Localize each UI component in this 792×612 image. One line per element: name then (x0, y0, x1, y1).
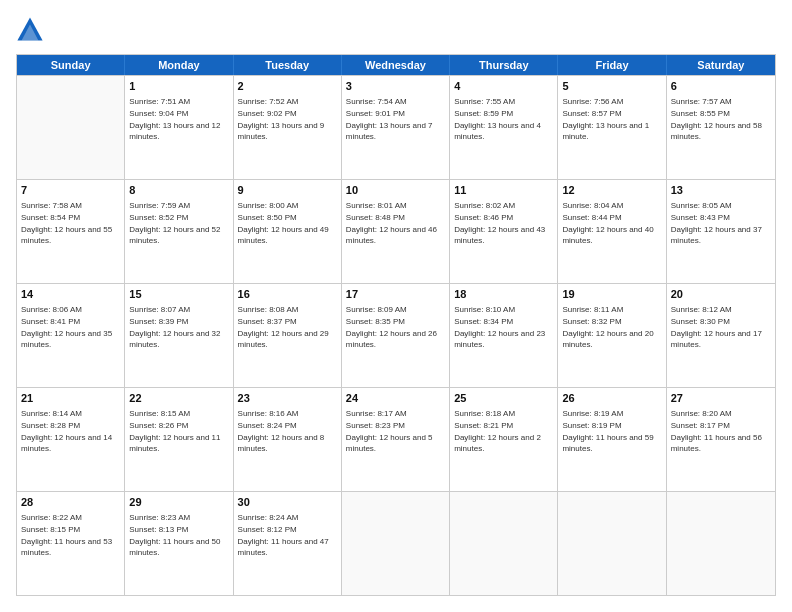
weekday-header-wednesday: Wednesday (342, 55, 450, 75)
day-info: Sunrise: 8:06 AM Sunset: 8:41 PM Dayligh… (21, 304, 120, 350)
calendar-cell-day-17: 17Sunrise: 8:09 AM Sunset: 8:35 PM Dayli… (342, 284, 450, 387)
day-number: 30 (238, 495, 337, 510)
day-info: Sunrise: 8:19 AM Sunset: 8:19 PM Dayligh… (562, 408, 661, 454)
page: SundayMondayTuesdayWednesdayThursdayFrid… (0, 0, 792, 612)
day-number: 6 (671, 79, 771, 94)
calendar-cell-day-30: 30Sunrise: 8:24 AM Sunset: 8:12 PM Dayli… (234, 492, 342, 595)
day-number: 11 (454, 183, 553, 198)
day-number: 8 (129, 183, 228, 198)
calendar: SundayMondayTuesdayWednesdayThursdayFrid… (16, 54, 776, 596)
calendar-cell-day-21: 21Sunrise: 8:14 AM Sunset: 8:28 PM Dayli… (17, 388, 125, 491)
day-info: Sunrise: 8:12 AM Sunset: 8:30 PM Dayligh… (671, 304, 771, 350)
day-number: 12 (562, 183, 661, 198)
day-info: Sunrise: 7:51 AM Sunset: 9:04 PM Dayligh… (129, 96, 228, 142)
calendar-cell-day-7: 7Sunrise: 7:58 AM Sunset: 8:54 PM Daylig… (17, 180, 125, 283)
calendar-body: 1Sunrise: 7:51 AM Sunset: 9:04 PM Daylig… (17, 75, 775, 595)
day-info: Sunrise: 8:00 AM Sunset: 8:50 PM Dayligh… (238, 200, 337, 246)
weekday-header-thursday: Thursday (450, 55, 558, 75)
day-number: 20 (671, 287, 771, 302)
day-number: 13 (671, 183, 771, 198)
calendar-cell-day-14: 14Sunrise: 8:06 AM Sunset: 8:41 PM Dayli… (17, 284, 125, 387)
logo-icon (16, 16, 44, 44)
weekday-header-tuesday: Tuesday (234, 55, 342, 75)
day-info: Sunrise: 8:08 AM Sunset: 8:37 PM Dayligh… (238, 304, 337, 350)
day-info: Sunrise: 8:02 AM Sunset: 8:46 PM Dayligh… (454, 200, 553, 246)
calendar-cell-day-9: 9Sunrise: 8:00 AM Sunset: 8:50 PM Daylig… (234, 180, 342, 283)
header (16, 16, 776, 44)
day-number: 7 (21, 183, 120, 198)
day-number: 22 (129, 391, 228, 406)
weekday-header-sunday: Sunday (17, 55, 125, 75)
weekday-header-friday: Friday (558, 55, 666, 75)
day-info: Sunrise: 8:14 AM Sunset: 8:28 PM Dayligh… (21, 408, 120, 454)
day-info: Sunrise: 8:17 AM Sunset: 8:23 PM Dayligh… (346, 408, 445, 454)
day-info: Sunrise: 8:20 AM Sunset: 8:17 PM Dayligh… (671, 408, 771, 454)
calendar-row-0: 1Sunrise: 7:51 AM Sunset: 9:04 PM Daylig… (17, 75, 775, 179)
day-number: 1 (129, 79, 228, 94)
calendar-row-1: 7Sunrise: 7:58 AM Sunset: 8:54 PM Daylig… (17, 179, 775, 283)
calendar-cell-day-13: 13Sunrise: 8:05 AM Sunset: 8:43 PM Dayli… (667, 180, 775, 283)
calendar-cell-day-2: 2Sunrise: 7:52 AM Sunset: 9:02 PM Daylig… (234, 76, 342, 179)
day-info: Sunrise: 7:59 AM Sunset: 8:52 PM Dayligh… (129, 200, 228, 246)
calendar-cell-day-25: 25Sunrise: 8:18 AM Sunset: 8:21 PM Dayli… (450, 388, 558, 491)
day-number: 5 (562, 79, 661, 94)
day-number: 4 (454, 79, 553, 94)
day-info: Sunrise: 8:23 AM Sunset: 8:13 PM Dayligh… (129, 512, 228, 558)
calendar-cell-day-1: 1Sunrise: 7:51 AM Sunset: 9:04 PM Daylig… (125, 76, 233, 179)
calendar-cell-day-3: 3Sunrise: 7:54 AM Sunset: 9:01 PM Daylig… (342, 76, 450, 179)
day-info: Sunrise: 8:09 AM Sunset: 8:35 PM Dayligh… (346, 304, 445, 350)
day-info: Sunrise: 8:10 AM Sunset: 8:34 PM Dayligh… (454, 304, 553, 350)
weekday-header-saturday: Saturday (667, 55, 775, 75)
day-info: Sunrise: 7:56 AM Sunset: 8:57 PM Dayligh… (562, 96, 661, 142)
calendar-row-2: 14Sunrise: 8:06 AM Sunset: 8:41 PM Dayli… (17, 283, 775, 387)
day-number: 14 (21, 287, 120, 302)
day-number: 21 (21, 391, 120, 406)
day-info: Sunrise: 8:04 AM Sunset: 8:44 PM Dayligh… (562, 200, 661, 246)
day-info: Sunrise: 8:24 AM Sunset: 8:12 PM Dayligh… (238, 512, 337, 558)
calendar-row-3: 21Sunrise: 8:14 AM Sunset: 8:28 PM Dayli… (17, 387, 775, 491)
day-number: 15 (129, 287, 228, 302)
day-info: Sunrise: 8:16 AM Sunset: 8:24 PM Dayligh… (238, 408, 337, 454)
day-info: Sunrise: 7:52 AM Sunset: 9:02 PM Dayligh… (238, 96, 337, 142)
logo (16, 16, 48, 44)
calendar-cell-day-15: 15Sunrise: 8:07 AM Sunset: 8:39 PM Dayli… (125, 284, 233, 387)
calendar-header: SundayMondayTuesdayWednesdayThursdayFrid… (17, 55, 775, 75)
day-info: Sunrise: 7:55 AM Sunset: 8:59 PM Dayligh… (454, 96, 553, 142)
calendar-cell-empty (17, 76, 125, 179)
calendar-cell-day-26: 26Sunrise: 8:19 AM Sunset: 8:19 PM Dayli… (558, 388, 666, 491)
calendar-cell-day-11: 11Sunrise: 8:02 AM Sunset: 8:46 PM Dayli… (450, 180, 558, 283)
calendar-cell-day-8: 8Sunrise: 7:59 AM Sunset: 8:52 PM Daylig… (125, 180, 233, 283)
calendar-cell-day-10: 10Sunrise: 8:01 AM Sunset: 8:48 PM Dayli… (342, 180, 450, 283)
day-number: 2 (238, 79, 337, 94)
day-info: Sunrise: 7:58 AM Sunset: 8:54 PM Dayligh… (21, 200, 120, 246)
day-info: Sunrise: 8:05 AM Sunset: 8:43 PM Dayligh… (671, 200, 771, 246)
calendar-cell-day-28: 28Sunrise: 8:22 AM Sunset: 8:15 PM Dayli… (17, 492, 125, 595)
day-info: Sunrise: 8:15 AM Sunset: 8:26 PM Dayligh… (129, 408, 228, 454)
day-number: 18 (454, 287, 553, 302)
calendar-cell-day-29: 29Sunrise: 8:23 AM Sunset: 8:13 PM Dayli… (125, 492, 233, 595)
day-number: 16 (238, 287, 337, 302)
calendar-cell-day-5: 5Sunrise: 7:56 AM Sunset: 8:57 PM Daylig… (558, 76, 666, 179)
day-number: 29 (129, 495, 228, 510)
calendar-cell-empty (342, 492, 450, 595)
day-number: 24 (346, 391, 445, 406)
calendar-cell-day-22: 22Sunrise: 8:15 AM Sunset: 8:26 PM Dayli… (125, 388, 233, 491)
day-number: 28 (21, 495, 120, 510)
calendar-cell-day-24: 24Sunrise: 8:17 AM Sunset: 8:23 PM Dayli… (342, 388, 450, 491)
day-number: 9 (238, 183, 337, 198)
day-info: Sunrise: 7:57 AM Sunset: 8:55 PM Dayligh… (671, 96, 771, 142)
calendar-cell-day-18: 18Sunrise: 8:10 AM Sunset: 8:34 PM Dayli… (450, 284, 558, 387)
calendar-cell-day-6: 6Sunrise: 7:57 AM Sunset: 8:55 PM Daylig… (667, 76, 775, 179)
day-info: Sunrise: 7:54 AM Sunset: 9:01 PM Dayligh… (346, 96, 445, 142)
day-number: 25 (454, 391, 553, 406)
day-number: 27 (671, 391, 771, 406)
day-info: Sunrise: 8:18 AM Sunset: 8:21 PM Dayligh… (454, 408, 553, 454)
day-info: Sunrise: 8:01 AM Sunset: 8:48 PM Dayligh… (346, 200, 445, 246)
calendar-cell-day-23: 23Sunrise: 8:16 AM Sunset: 8:24 PM Dayli… (234, 388, 342, 491)
day-number: 3 (346, 79, 445, 94)
calendar-cell-empty (558, 492, 666, 595)
day-number: 26 (562, 391, 661, 406)
calendar-cell-empty (667, 492, 775, 595)
calendar-cell-day-27: 27Sunrise: 8:20 AM Sunset: 8:17 PM Dayli… (667, 388, 775, 491)
day-info: Sunrise: 8:22 AM Sunset: 8:15 PM Dayligh… (21, 512, 120, 558)
